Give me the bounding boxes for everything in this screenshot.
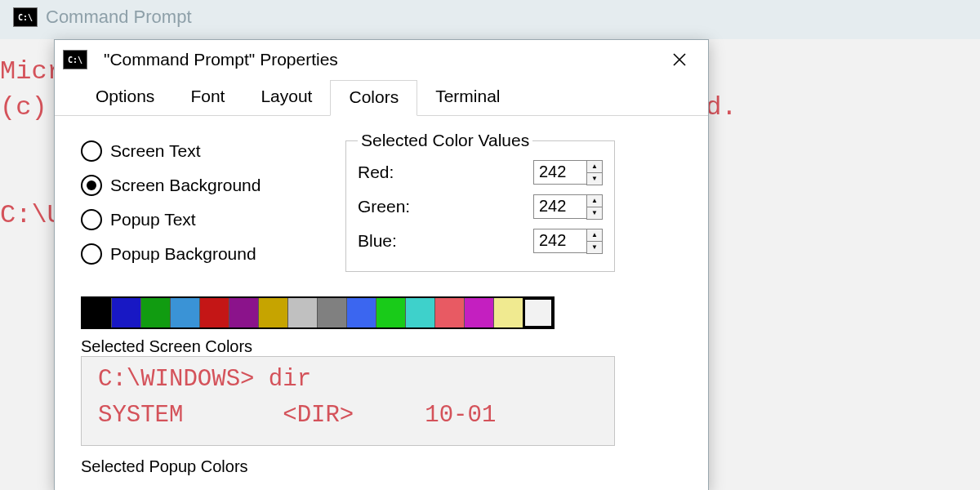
color-palette	[81, 296, 555, 329]
tabstrip: OptionsFontLayoutColorsTerminal	[55, 79, 708, 116]
color-value-red: Red:242▲▼	[358, 155, 603, 189]
spin-down-button[interactable]: ▼	[587, 242, 602, 253]
color-swatch[interactable]	[200, 298, 229, 327]
dialog-titlebar[interactable]: "Command Prompt" Properties	[55, 40, 708, 79]
color-values-group: Selected Color Values Red:242▲▼Green:242…	[345, 131, 615, 272]
radio-popup-background[interactable]: Popup Background	[81, 243, 334, 265]
radio-screen-background[interactable]: Screen Background	[81, 175, 334, 196]
cmd-icon	[13, 7, 38, 27]
close-icon	[673, 53, 686, 66]
popup-preview-label: Selected Popup Colors	[81, 457, 682, 476]
console-titlebar[interactable]: Command Prompt	[0, 0, 980, 34]
screen-preview: C:\WINDOWS> dir SYSTEM <DIR> 10-01	[81, 356, 615, 446]
color-target-radiogroup: Screen TextScreen BackgroundPopup TextPo…	[81, 140, 334, 265]
color-swatch[interactable]	[288, 298, 318, 327]
dialog-title: "Command Prompt" Properties	[104, 50, 338, 69]
color-swatch[interactable]	[494, 298, 523, 327]
color-swatch[interactable]	[112, 298, 141, 327]
screen-preview-label: Selected Screen Colors	[81, 337, 682, 356]
spin-up-button[interactable]: ▲	[587, 229, 602, 242]
cmd-icon	[63, 50, 87, 69]
color-value-input[interactable]: 242	[533, 194, 586, 219]
radio-icon	[81, 140, 102, 162]
properties-dialog: "Command Prompt" Properties OptionsFontL…	[54, 39, 709, 490]
color-value-input[interactable]: 242	[533, 229, 586, 253]
radio-screen-text[interactable]: Screen Text	[81, 140, 334, 162]
color-swatch[interactable]	[523, 298, 553, 327]
color-swatch[interactable]	[171, 298, 200, 327]
close-button[interactable]	[662, 42, 697, 77]
radio-label: Popup Background	[110, 244, 256, 264]
spin-down-button[interactable]: ▼	[587, 173, 602, 185]
tab-options[interactable]: Options	[78, 80, 172, 116]
console-title: Command Prompt	[46, 7, 192, 28]
color-swatch[interactable]	[141, 298, 171, 327]
color-swatch[interactable]	[229, 298, 259, 327]
color-swatch[interactable]	[406, 298, 435, 327]
spin-up-button[interactable]: ▲	[587, 161, 602, 173]
radio-label: Screen Text	[110, 141, 201, 161]
spin-down-button[interactable]: ▼	[587, 207, 602, 219]
colors-tab-body: Screen TextScreen BackgroundPopup TextPo…	[55, 116, 708, 476]
color-value-label: Red:	[358, 163, 423, 182]
color-swatch[interactable]	[82, 298, 112, 327]
color-value-label: Blue:	[358, 231, 423, 251]
tab-font[interactable]: Font	[172, 80, 243, 116]
tab-colors[interactable]: Colors	[330, 80, 417, 116]
radio-popup-text[interactable]: Popup Text	[81, 209, 334, 230]
console-window: Command Prompt Microsoft Windows [Versio…	[0, 0, 980, 490]
color-value-label: Green:	[358, 197, 423, 216]
color-swatch[interactable]	[435, 298, 465, 327]
color-swatch[interactable]	[318, 298, 347, 327]
color-values-legend: Selected Color Values	[358, 131, 532, 150]
radio-label: Screen Background	[110, 176, 261, 195]
tab-terminal[interactable]: Terminal	[417, 80, 518, 116]
spin-up-button[interactable]: ▲	[587, 195, 602, 207]
color-value-input[interactable]: 242	[533, 160, 586, 185]
color-value-green: Green:242▲▼	[358, 189, 603, 224]
color-swatch[interactable]	[259, 298, 288, 327]
radio-icon	[81, 209, 102, 230]
color-swatch[interactable]	[347, 298, 376, 327]
color-swatch[interactable]	[465, 298, 494, 327]
tab-layout[interactable]: Layout	[243, 80, 330, 116]
color-swatch[interactable]	[376, 298, 406, 327]
color-value-blue: Blue:242▲▼	[358, 224, 603, 258]
radio-icon	[81, 243, 102, 265]
radio-icon	[81, 175, 102, 196]
radio-label: Popup Text	[110, 210, 196, 229]
